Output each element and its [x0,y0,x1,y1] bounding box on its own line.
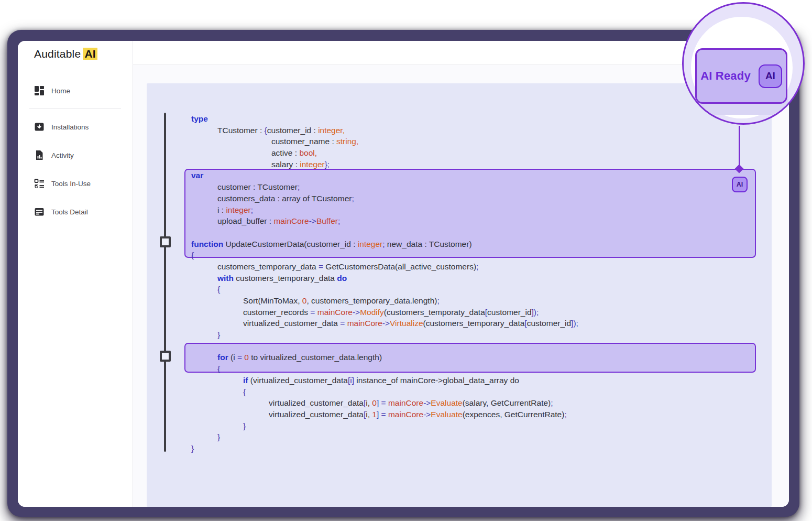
sidebar-item-activity[interactable]: Activity [18,148,133,162]
code-line: TCustomer : {customer_id : integer, [147,125,772,136]
code-line: customers_data : array of TCustomer; [147,193,772,204]
code-line: } [147,420,772,432]
sidebar-item-label: Activity [51,151,74,159]
sidebar-item-tools-in-use[interactable]: Tools In-Use [18,177,133,190]
app-logo: AuditableAI [34,48,97,60]
code-line: virtualized_customer_data[i, 1] = mainCo… [147,409,772,420]
code-line: customer_name : string, [147,136,772,147]
tools-in-use-icon [34,178,45,189]
code-line: if (virtualized_customer_data[i] instanc… [147,375,772,386]
sidebar: AuditableAI Home [18,41,133,507]
code-line [147,227,772,238]
code-line: i : integer; [147,204,772,216]
dashboard-icon [34,85,45,96]
sidebar-item-installations[interactable]: Installations [18,120,133,134]
code-panel: AI typeTCustomer : {customer_id : intege… [147,83,772,507]
sidebar-item-label: Installations [51,123,89,131]
code-line: virtualized_customer_data = mainCore->Vi… [147,318,772,329]
code-line: { [147,386,772,398]
code-line: type [147,113,772,125]
code-line: upload_buffer : mainCore->Buffer; [147,215,772,227]
code-line: var [147,170,772,181]
code-line: with customers_temporary_data do [147,273,772,284]
code-block: typeTCustomer : {customer_id : integer,c… [147,113,772,454]
code-line: } [147,443,772,454]
ai-ready-badge: AI Ready AI [695,48,787,104]
logo-ai-badge: AI [83,48,97,60]
logo-text: Auditable [34,48,81,60]
callout-connector-line [739,126,740,166]
sidebar-divider [29,108,121,108]
code-line: } [147,329,772,341]
code-line: function UpdateCustomerData(customer_id … [147,238,772,250]
sidebar-item-label: Home [51,87,70,95]
page: AuditableAI Home [0,0,812,521]
sidebar-item-label: Tools In-Use [51,180,91,188]
install-icon [34,122,45,132]
code-line: customer_records = mainCore->Modify(cust… [147,307,772,318]
activity-icon [34,150,45,160]
code-line: Sort(MinToMax, 0, customers_temporary_da… [147,295,772,307]
code-line: { [147,284,772,295]
code-line: { [147,363,772,375]
code-line [147,341,772,352]
ai-ready-chip: AI [759,64,782,88]
code-line: active : bool, [147,147,772,159]
sidebar-item-tools-detail[interactable]: Tools Detail [18,205,133,219]
tools-detail-icon [34,207,45,217]
ai-ready-label: AI Ready [700,69,751,83]
sidebar-item-home[interactable]: Home [18,84,133,97]
code-line: } [147,431,772,443]
code-line: customer : TCustomer; [147,181,772,193]
code-line: for (i = 0 to virtualized_customer_data.… [147,352,772,363]
magnifier-circle: AI Ready AI [682,2,805,125]
code-line: customers_temporary_data = GetCustomersD… [147,261,772,273]
code-line: virtualized_customer_data[i, 0] = mainCo… [147,397,772,409]
app-window: AuditableAI Home [18,41,789,507]
sidebar-item-label: Tools Detail [51,208,88,216]
code-line: salary : integer}; [147,159,772,170]
code-line: { [147,249,772,261]
